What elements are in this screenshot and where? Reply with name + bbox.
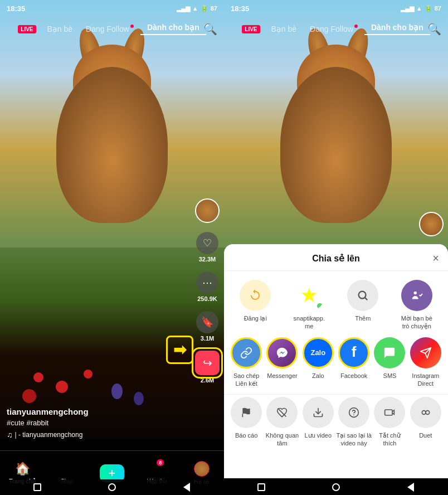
friend-icon bbox=[401, 280, 432, 311]
sys-square-left[interactable] bbox=[32, 482, 43, 493]
comment-count: 250.9K bbox=[197, 295, 217, 302]
tab-foryou-r[interactable]: Dành cho bạn bbox=[364, 23, 430, 35]
signal-icon-r: ▂▄▆ bbox=[401, 5, 414, 12]
report-icon bbox=[231, 397, 262, 428]
status-time-right: 18:35 bbox=[231, 4, 249, 13]
search-icon[interactable]: 🔍 bbox=[203, 22, 217, 36]
fruit-4 bbox=[22, 389, 36, 403]
share-item-messenger[interactable]: Messenger bbox=[264, 337, 300, 380]
green-online-dot bbox=[316, 302, 324, 310]
arrow-box: ➡ bbox=[166, 336, 193, 364]
creator-avatar[interactable] bbox=[195, 198, 220, 223]
share-item-friend[interactable]: Mời bạn bè trò chuyện bbox=[397, 280, 436, 331]
tab-foryou[interactable]: Dành cho bạn bbox=[140, 23, 206, 35]
music-text: | - tianyuanmengchong bbox=[15, 431, 83, 439]
arrow-right-icon: ➡ bbox=[173, 341, 186, 359]
status-bar-right: 18:35 ▂▄▆ ▲ 🔋 87 bbox=[224, 0, 448, 17]
sys-circle-right[interactable] bbox=[330, 482, 342, 493]
creator-avatar-r[interactable] bbox=[419, 212, 444, 236]
share-item-why[interactable]: Tại sao lại là video này bbox=[336, 397, 372, 448]
share-header: Chia sẻ lên × bbox=[224, 253, 448, 271]
svg-point-2 bbox=[413, 292, 417, 295]
sms-icon bbox=[374, 337, 405, 368]
svg-point-9 bbox=[422, 411, 426, 415]
share-item-sms[interactable]: SMS bbox=[372, 337, 407, 380]
music-note-icon: ♫ bbox=[7, 430, 13, 439]
share-row-2: Sao chép Liên kết Messenger Zalo Zalo f … bbox=[224, 335, 448, 392]
bookmark-count: 3.1M bbox=[201, 335, 214, 342]
facebook-f: f bbox=[352, 343, 357, 361]
live-badge-r[interactable]: LIVE bbox=[242, 25, 260, 33]
share-item-zalo[interactable]: Zalo Zalo bbox=[300, 337, 336, 380]
inbox-badge: 8 bbox=[157, 459, 164, 466]
share-item-duet[interactable]: Duet bbox=[408, 397, 444, 439]
right-phone: 18:35 ▂▄▆ ▲ 🔋 87 LIVE Bạn bè Đang Follow… bbox=[224, 0, 448, 495]
reload-icon bbox=[240, 280, 271, 311]
tab-friends-r[interactable]: Bạn bè bbox=[265, 25, 304, 33]
ig-direct-icon bbox=[410, 337, 441, 368]
messenger-icon bbox=[266, 337, 298, 368]
comment-action[interactable]: ⋯ 250.9K bbox=[196, 271, 218, 302]
caption-label: Tắt chữ thích bbox=[372, 431, 407, 448]
share-title: Chia sẻ lên bbox=[312, 253, 360, 264]
wifi-icon-r: ▲ bbox=[416, 5, 422, 12]
svg-line-1 bbox=[365, 298, 367, 300]
snap-label: snaptikapp.me bbox=[294, 314, 325, 331]
share-button[interactable]: ↪ bbox=[195, 351, 220, 375]
live-badge[interactable]: LIVE bbox=[18, 25, 36, 33]
bookmark-icon[interactable]: 🔖 bbox=[196, 311, 218, 333]
following-dot-r bbox=[354, 25, 358, 28]
profile-avatar[interactable] bbox=[194, 461, 210, 477]
right-actions: ♡ 32.3M ⋯ 250.9K 🔖 3.1M ↪ 2.6M bbox=[195, 198, 220, 384]
search-icon-r[interactable]: 🔍 bbox=[427, 22, 441, 36]
facebook-icon: f bbox=[338, 337, 369, 368]
share-item-caption[interactable]: Tắt chữ thích bbox=[372, 397, 407, 448]
tab-following[interactable]: Đang Follow bbox=[79, 25, 140, 33]
share-item-report[interactable]: Báo cáo bbox=[228, 397, 264, 439]
share-item-link[interactable]: Sao chép Liên kết bbox=[228, 337, 264, 388]
status-icons-left: ▂▄▆ ▲ 🔋 87 bbox=[177, 5, 217, 12]
fruit-6 bbox=[134, 392, 144, 405]
music-info[interactable]: ♫ | - tianyuanmengchong bbox=[7, 430, 89, 439]
share-item-them[interactable]: Thêm bbox=[343, 280, 382, 322]
share-sheet: Chia sẻ lên × Đăng lại bbox=[224, 244, 448, 478]
sys-circle-left[interactable] bbox=[106, 482, 118, 493]
share-item-save[interactable]: Lưu video bbox=[300, 397, 336, 439]
like-action[interactable]: ♡ 32.3M bbox=[196, 232, 218, 263]
snap-logo bbox=[294, 280, 325, 311]
zalo-icon: Zalo bbox=[303, 337, 334, 368]
facebook-label: Facebook bbox=[340, 372, 367, 380]
battery-pct-r: 87 bbox=[435, 5, 441, 12]
share-action[interactable]: ↪ 2.6M bbox=[195, 351, 220, 384]
them-label: Thêm bbox=[355, 314, 371, 322]
link-label: Sao chép Liên kết bbox=[228, 372, 264, 388]
tab-following-label-r: Đang Follow bbox=[310, 25, 353, 33]
share-item-snap[interactable]: snaptikapp.me bbox=[290, 280, 329, 331]
sys-back-left[interactable] bbox=[181, 482, 192, 493]
share-item-ig-direct[interactable]: Instagram Direct bbox=[408, 337, 444, 388]
share-item-facebook[interactable]: f Facebook bbox=[336, 337, 372, 380]
svg-rect-8 bbox=[385, 410, 392, 415]
fruit-1 bbox=[33, 372, 43, 382]
sms-label: SMS bbox=[383, 372, 397, 380]
share-item-not-interested[interactable]: Không quan tâm bbox=[264, 397, 300, 448]
why-icon bbox=[338, 397, 369, 428]
svg-point-7 bbox=[353, 415, 354, 416]
share-item-reload[interactable]: Đăng lại bbox=[236, 280, 275, 322]
tab-friends[interactable]: Bạn bè bbox=[41, 25, 80, 33]
save-label: Lưu video bbox=[305, 431, 332, 439]
username[interactable]: tianyuanmengchong bbox=[7, 407, 89, 416]
share-close-button[interactable]: × bbox=[432, 252, 439, 265]
like-icon[interactable]: ♡ bbox=[196, 232, 218, 254]
comment-icon[interactable]: ⋯ bbox=[196, 271, 218, 294]
battery-icon-r: 🔋 bbox=[425, 5, 432, 12]
sys-back-right[interactable] bbox=[405, 482, 416, 493]
tab-following-r[interactable]: Đang Follow bbox=[303, 25, 364, 33]
tab-following-label: Đang Follow bbox=[86, 25, 129, 33]
like-count: 32.3M bbox=[199, 256, 216, 263]
sys-square-right[interactable] bbox=[256, 482, 267, 493]
bookmark-action[interactable]: 🔖 3.1M bbox=[196, 311, 218, 342]
hashtags[interactable]: #cute #rabbit bbox=[7, 419, 89, 427]
zalo-label: Zalo bbox=[312, 372, 324, 380]
user-info: tianyuanmengchong #cute #rabbit ♫ | - ti… bbox=[7, 407, 89, 439]
